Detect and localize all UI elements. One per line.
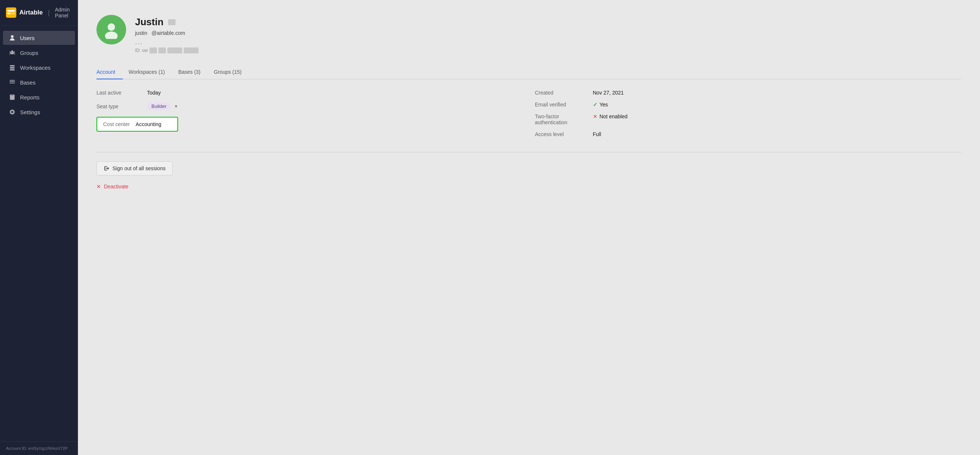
sidebar-item-users-label: Users [20, 35, 35, 41]
sidebar-item-bases[interactable]: Bases [3, 75, 75, 89]
sidebar-item-users[interactable]: Users [3, 31, 75, 45]
sidebar-header: Airtable | Admin Panel [0, 0, 78, 25]
section-divider [97, 152, 961, 152]
sidebar-item-settings-label: Settings [20, 109, 40, 115]
report-icon [9, 94, 16, 100]
sidebar-item-workspaces-label: Workspaces [20, 65, 51, 71]
svg-rect-3 [11, 13, 15, 14]
airtable-logo-icon [6, 8, 16, 18]
admin-panel-label: Admin Panel [55, 7, 72, 19]
svg-point-5 [105, 32, 118, 39]
cost-center-row: Cost center Accounting [97, 117, 523, 132]
user-icon [9, 35, 16, 41]
access-level-row: Access level Full [535, 131, 962, 137]
sidebar: Airtable | Admin Panel Users Groups Work… [0, 0, 78, 455]
profile-info: Justin justin @airtable.com ... ID: usr [135, 15, 199, 53]
action-buttons: Sign out of all sessions ✕ Deactivate [97, 161, 961, 192]
base-icon [9, 79, 16, 86]
cross-icon: ✕ [593, 114, 597, 119]
profile-name: Justin [135, 16, 164, 28]
avatar-icon [102, 21, 121, 39]
profile-name-row: Justin [135, 16, 199, 28]
sidebar-item-reports-label: Reports [20, 94, 40, 100]
deactivate-icon: ✕ [97, 184, 101, 190]
id-redacted-4 [184, 48, 199, 53]
email-verified-value: ✓ Yes [593, 101, 608, 108]
email-verified-label: Email verified [535, 101, 587, 108]
svg-rect-2 [8, 13, 11, 14]
sidebar-nav: Users Groups Workspaces Bases [0, 25, 78, 441]
avatar [97, 15, 126, 44]
created-value: Nov 27, 2021 [593, 90, 624, 96]
sidebar-item-groups-label: Groups [20, 50, 38, 56]
profile-dots: ... [135, 38, 199, 46]
deactivate-label: Deactivate [104, 184, 128, 190]
sign-out-label: Sign out of all sessions [113, 165, 165, 171]
sidebar-item-reports[interactable]: Reports [3, 90, 75, 104]
last-active-label: Last active [97, 90, 141, 96]
profile-header: Justin justin @airtable.com ... ID: usr [97, 15, 961, 53]
cost-center-value: Accounting [136, 121, 161, 127]
sidebar-footer: Account ID: entSyVgzzNHssX72P [0, 441, 78, 455]
sign-out-button[interactable]: Sign out of all sessions [97, 161, 173, 175]
account-id-value: entSyVgzzNHssX72P [28, 446, 68, 450]
id-redacted-2 [158, 48, 166, 53]
access-level-value: Full [593, 131, 601, 137]
cost-center-label: Cost center [103, 121, 130, 127]
two-factor-value: ✕ Not enabled [593, 114, 628, 119]
tab-account[interactable]: Account [97, 65, 123, 79]
svg-rect-1 [8, 10, 15, 11]
sign-out-icon [103, 165, 110, 171]
tab-workspaces[interactable]: Workspaces (1) [129, 65, 173, 79]
seat-type-row: Seat type Builder ▼ [97, 102, 523, 110]
email-verified-row: Email verified ✓ Yes [535, 101, 962, 108]
left-info-section: Last active Today Seat type Builder ▼ Co… [97, 90, 523, 137]
created-label: Created [535, 90, 587, 96]
right-info-section: Created Nov 27, 2021 Email verified ✓ Ye… [535, 90, 962, 137]
account-id-label: Account ID: [6, 446, 27, 450]
svg-rect-0 [6, 8, 16, 18]
deactivate-button[interactable]: ✕ Deactivate [97, 181, 128, 192]
profile-email: justin @airtable.com [135, 30, 199, 36]
profile-id: ID: usr [135, 48, 199, 53]
group-icon [9, 49, 16, 56]
tabs: Account Workspaces (1) Bases (3) Groups … [97, 65, 961, 79]
settings-icon [9, 109, 16, 115]
profile-name-redacted [168, 19, 175, 25]
created-row: Created Nov 27, 2021 [535, 90, 962, 96]
logo-divider: | [48, 9, 50, 17]
id-redacted-3 [167, 48, 182, 53]
id-redacted-1 [150, 48, 157, 53]
check-icon: ✓ [593, 101, 597, 108]
sidebar-item-groups[interactable]: Groups [3, 46, 75, 60]
workspace-icon [9, 64, 16, 71]
last-active-row: Last active Today [97, 90, 523, 96]
sidebar-item-settings[interactable]: Settings [3, 105, 75, 119]
seat-type-badge: Builder [147, 102, 171, 110]
seat-type-chevron-icon[interactable]: ▼ [173, 104, 178, 109]
svg-point-4 [108, 23, 115, 31]
seat-type-controls: Builder ▼ [147, 102, 178, 110]
sidebar-item-bases-label: Bases [20, 79, 36, 86]
tab-groups[interactable]: Groups (15) [214, 65, 249, 79]
sidebar-item-workspaces[interactable]: Workspaces [3, 60, 75, 75]
logo-text: Airtable [19, 9, 43, 16]
airtable-logo: Airtable [6, 8, 43, 18]
seat-type-label: Seat type [97, 103, 141, 109]
cost-center-box[interactable]: Cost center Accounting [97, 117, 178, 132]
two-factor-label: Two-factor authentication [535, 114, 587, 125]
tab-bases[interactable]: Bases (3) [178, 65, 208, 79]
two-factor-row: Two-factor authentication ✕ Not enabled [535, 114, 962, 125]
account-grid: Last active Today Seat type Builder ▼ Co… [97, 90, 961, 137]
access-level-label: Access level [535, 131, 587, 137]
last-active-value: Today [147, 90, 161, 96]
main-content: Justin justin @airtable.com ... ID: usr … [78, 0, 980, 455]
